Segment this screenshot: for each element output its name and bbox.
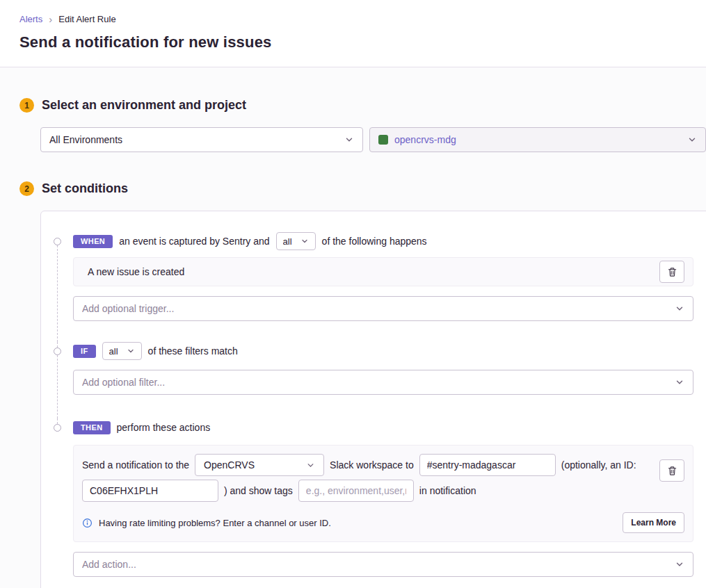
project-platform-icon — [378, 135, 388, 145]
when-rule-row: WHEN an event is captured by Sentry and … — [73, 232, 693, 250]
connector-line — [57, 418, 58, 424]
condition-row: A new issue is created — [73, 257, 693, 286]
when-gutter — [41, 232, 73, 342]
delete-condition-button[interactable] — [659, 261, 684, 283]
then-block: THEN perform these actions Send a notifi… — [41, 418, 706, 588]
trash-icon — [667, 466, 677, 476]
channel-id-input[interactable] — [82, 480, 218, 502]
action-text-3: (optionally, an ID: — [561, 459, 636, 471]
step1-title: Select an environment and project — [42, 98, 246, 113]
chevron-down-icon — [675, 304, 684, 313]
project-select-value: opencrvs-mdg — [394, 134, 687, 145]
if-match-select[interactable]: all — [102, 342, 142, 360]
action-text-4: ) and show tags — [224, 485, 293, 496]
step2-title: Set conditions — [42, 181, 128, 196]
chevron-down-icon — [344, 135, 354, 145]
connector-line — [57, 355, 58, 418]
tags-input[interactable] — [298, 480, 414, 502]
if-block: IF all of these filters match Add option… — [41, 342, 706, 418]
when-text-after: of the following happens — [322, 236, 427, 247]
learn-more-button[interactable]: Learn More — [623, 512, 684, 533]
add-action-placeholder: Add action... — [82, 559, 675, 570]
if-gutter — [41, 342, 73, 418]
when-match-select-value: all — [283, 236, 292, 247]
action-sentence: Send a notification to the OpenCRVS Slac… — [82, 454, 651, 502]
environment-project-row: All Environments opencrvs-mdg — [40, 127, 706, 152]
slack-action-row: Send a notification to the OpenCRVS Slac… — [73, 445, 693, 542]
main-content: 1 Select an environment and project All … — [0, 67, 706, 588]
workspace-select-value: OpenCRVS — [204, 459, 306, 471]
breadcrumb-separator-icon: › — [49, 14, 52, 24]
if-text-after: of these filters match — [148, 345, 238, 357]
page-header: Alerts › Edit Alert Rule Send a notifica… — [0, 0, 706, 67]
then-text-after: perform these actions — [117, 422, 211, 433]
then-badge: THEN — [73, 421, 111, 434]
chevron-down-icon — [300, 237, 309, 245]
step2-heading: 2 Set conditions — [19, 181, 706, 196]
when-node-icon — [54, 238, 61, 245]
if-rule-row: IF all of these filters match — [73, 342, 693, 360]
breadcrumb-current: Edit Alert Rule — [58, 14, 115, 24]
chevron-down-icon — [675, 377, 684, 387]
when-match-select[interactable]: all — [276, 232, 316, 250]
step2-number-badge: 2 — [19, 181, 34, 196]
trash-icon — [667, 267, 677, 277]
rate-limit-note-text: Having rate limiting problems? Enter a c… — [99, 518, 331, 528]
add-action-select[interactable]: Add action... — [73, 552, 693, 577]
if-match-select-value: all — [109, 346, 118, 357]
then-rule-row: THEN perform these actions — [73, 418, 693, 436]
environment-select-value: All Environments — [49, 134, 344, 145]
workspace-select[interactable]: OpenCRVS — [195, 454, 324, 476]
chevron-down-icon — [675, 560, 684, 569]
chevron-down-icon — [687, 135, 697, 145]
step1-number-badge: 1 — [19, 98, 34, 113]
environment-select[interactable]: All Environments — [40, 127, 363, 152]
chevron-down-icon — [306, 461, 315, 470]
then-node-icon — [54, 424, 61, 432]
delete-action-button[interactable] — [659, 459, 684, 482]
connector-line — [57, 245, 58, 342]
add-optional-trigger-placeholder: Add optional trigger... — [82, 303, 675, 314]
chevron-down-icon — [127, 347, 135, 355]
then-gutter — [41, 418, 73, 588]
if-badge: IF — [73, 345, 96, 358]
step1-heading: 1 Select an environment and project — [19, 98, 706, 113]
breadcrumb: Alerts › Edit Alert Rule — [19, 14, 687, 24]
channel-input[interactable] — [419, 454, 556, 476]
action-text-5: in notification — [419, 485, 476, 496]
add-optional-trigger-select[interactable]: Add optional trigger... — [73, 296, 693, 321]
conditions-panel: WHEN an event is captured by Sentry and … — [40, 211, 706, 588]
when-badge: WHEN — [73, 235, 113, 248]
info-icon — [82, 518, 93, 528]
connector-line — [57, 342, 58, 348]
condition-label: A new issue is created — [88, 266, 659, 277]
if-node-icon — [54, 348, 61, 355]
action-text-1: Send a notification to the — [82, 459, 189, 471]
page-title: Send a notification for new issues — [19, 33, 687, 51]
add-optional-filter-select[interactable]: Add optional filter... — [73, 370, 693, 395]
action-text-2: Slack workspace to — [330, 459, 414, 471]
add-optional-filter-placeholder: Add optional filter... — [82, 377, 675, 388]
when-text-before: an event is captured by Sentry and — [119, 236, 269, 247]
project-select[interactable]: opencrvs-mdg — [369, 127, 706, 152]
breadcrumb-alerts-link[interactable]: Alerts — [19, 14, 42, 24]
rate-limit-note-row: Having rate limiting problems? Enter a c… — [82, 512, 684, 533]
when-block: WHEN an event is captured by Sentry and … — [41, 232, 706, 342]
